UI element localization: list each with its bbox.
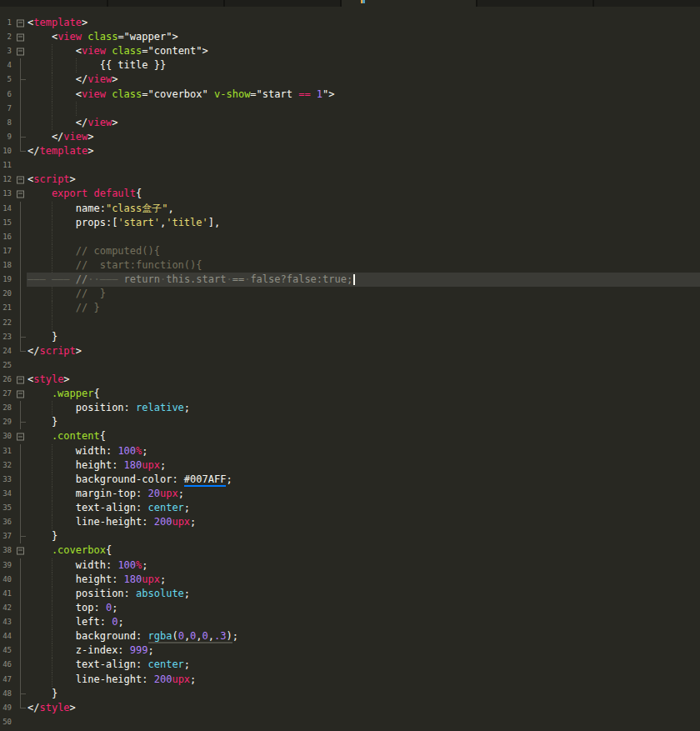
code-text: } [28, 529, 58, 543]
code-line[interactable]: 49</style> [0, 701, 700, 715]
tab-bar [0, 0, 700, 7]
code-line[interactable]: 25 [0, 358, 700, 373]
code-line[interactable]: 47 line-height: 200upx; [0, 673, 700, 687]
editor-tab[interactable] [225, 0, 342, 7]
code-line[interactable]: 41 position: absolute; [0, 587, 700, 601]
code-line[interactable]: 46 text-align: center; [0, 658, 700, 672]
fold-collapse-icon[interactable] [17, 176, 24, 183]
code-line[interactable]: 22 [0, 316, 700, 330]
line-number: 17 [0, 244, 12, 258]
code-line[interactable]: 31 width: 100%; [0, 444, 700, 458]
line-number: 42 [0, 601, 12, 615]
code-line[interactable]: 39 width: 100%; [0, 558, 700, 573]
fold-guide-line [20, 658, 21, 672]
line-number: 29 [0, 415, 12, 429]
code-text: width: 100%; [28, 558, 148, 573]
code-line[interactable]: 15 props:['start','title'], [0, 216, 700, 230]
fold-end-tick [21, 79, 26, 80]
code-line[interactable]: 5 </view> [0, 73, 700, 87]
line-number: 11 [0, 158, 12, 173]
code-line[interactable]: 3 <view class="content"> [0, 44, 700, 58]
fold-guide-line [20, 487, 21, 501]
code-line[interactable]: 29 } [0, 415, 700, 429]
code-line[interactable]: 27 .wapper{ [0, 387, 700, 401]
code-line[interactable]: 10</template> [0, 144, 700, 158]
code-text: {{ title }} [28, 58, 166, 73]
line-number: 28 [0, 401, 12, 415]
line-number: 37 [0, 529, 12, 543]
indent-guide [52, 230, 52, 244]
code-line[interactable]: 33 background-color: #007AFF; [0, 473, 700, 487]
code-line[interactable]: 9 </view> [0, 130, 700, 144]
code-line[interactable]: 42 top: 0; [0, 601, 700, 615]
code-line[interactable]: 24</script> [0, 344, 700, 358]
fold-collapse-icon[interactable] [17, 433, 24, 441]
fold-collapse-icon[interactable] [17, 547, 24, 554]
code-editor[interactable]: 1<template>2 <view class="wapper">3 <vie… [0, 7, 700, 731]
fold-collapse-icon[interactable] [17, 19, 24, 27]
code-text: } [28, 687, 58, 701]
line-number: 44 [0, 629, 12, 643]
editor-tab-active[interactable] [342, 0, 478, 7]
code-line[interactable]: 26<style> [0, 373, 700, 387]
fold-collapse-icon[interactable] [17, 390, 24, 398]
code-line[interactable]: 11 [0, 158, 700, 173]
fold-guide-line [20, 573, 21, 587]
editor-tab[interactable] [478, 0, 594, 7]
code-text: </view> [28, 73, 118, 87]
code-line[interactable]: 35 text-align: center; [0, 501, 700, 515]
code-text: left: 0; [28, 615, 124, 629]
line-number: 24 [0, 344, 12, 358]
fold-end-tick [21, 708, 26, 708]
editor-tab[interactable] [108, 0, 225, 7]
line-number: 3 [0, 44, 12, 58]
fold-guide-line [20, 501, 21, 515]
code-text: .wapper{ [28, 387, 100, 401]
code-line[interactable]: 12<script> [0, 173, 700, 187]
line-number: 16 [0, 230, 12, 244]
code-line[interactable]: 32 height: 180upx; [0, 458, 700, 473]
code-line[interactable]: 37 } [0, 529, 700, 543]
fold-collapse-icon[interactable] [17, 376, 24, 383]
code-line[interactable]: 45 z-index: 999; [0, 643, 700, 658]
code-line[interactable]: 1<template> [0, 16, 700, 30]
code-line[interactable]: 2 <view class="wapper"> [0, 30, 700, 44]
code-line[interactable]: 36 line-height: 200upx; [0, 515, 700, 529]
code-line[interactable]: 16 [0, 230, 700, 244]
editor-tab[interactable] [594, 0, 700, 7]
code-line[interactable]: 21 // } [0, 301, 700, 315]
code-line[interactable]: 50 [0, 715, 700, 729]
code-line[interactable]: 43 left: 0; [0, 615, 700, 629]
code-line[interactable]: 44 background: rgba(0,0,0,.3); [0, 629, 700, 643]
line-number: 33 [0, 473, 12, 487]
code-line[interactable]: 8 </view> [0, 116, 700, 130]
code-line[interactable]: 23 } [0, 330, 700, 344]
code-line[interactable]: 38 .coverbox{ [0, 543, 700, 558]
line-number: 38 [0, 543, 12, 558]
code-line[interactable]: 14 name:"class盒子", [0, 202, 700, 216]
code-line[interactable]: 34 margin-top: 20upx; [0, 487, 700, 501]
code-line[interactable]: 20 // } [0, 287, 700, 301]
code-line[interactable]: 19——— ——— //··——— return·this.start·==·f… [0, 273, 700, 287]
fold-collapse-icon[interactable] [17, 190, 24, 198]
fold-guide-line [20, 244, 21, 258]
fold-guide-line [20, 102, 21, 116]
fold-collapse-icon[interactable] [17, 48, 24, 55]
fold-collapse-icon[interactable] [17, 33, 24, 41]
code-line[interactable]: 6 <view class="coverbox" v-show="start =… [0, 88, 700, 102]
line-number: 10 [0, 144, 12, 158]
code-line[interactable]: 40 height: 180upx; [0, 573, 700, 587]
code-line[interactable]: 18 // start:function(){ [0, 258, 700, 273]
code-line[interactable]: 13 export default{ [0, 187, 700, 201]
line-number: 48 [0, 687, 12, 701]
fold-end-tick [21, 151, 26, 152]
line-number: 43 [0, 615, 12, 629]
code-line[interactable]: 7 [0, 102, 700, 116]
code-line[interactable]: 4 {{ title }} [0, 58, 700, 73]
code-line[interactable]: 48 } [0, 687, 700, 701]
code-line[interactable]: 28 position: relative; [0, 401, 700, 415]
editor-tab[interactable] [0, 0, 108, 7]
code-line[interactable]: 17 // computed(){ [0, 244, 700, 258]
code-text: <style> [28, 373, 70, 387]
code-line[interactable]: 30 .content{ [0, 429, 700, 443]
